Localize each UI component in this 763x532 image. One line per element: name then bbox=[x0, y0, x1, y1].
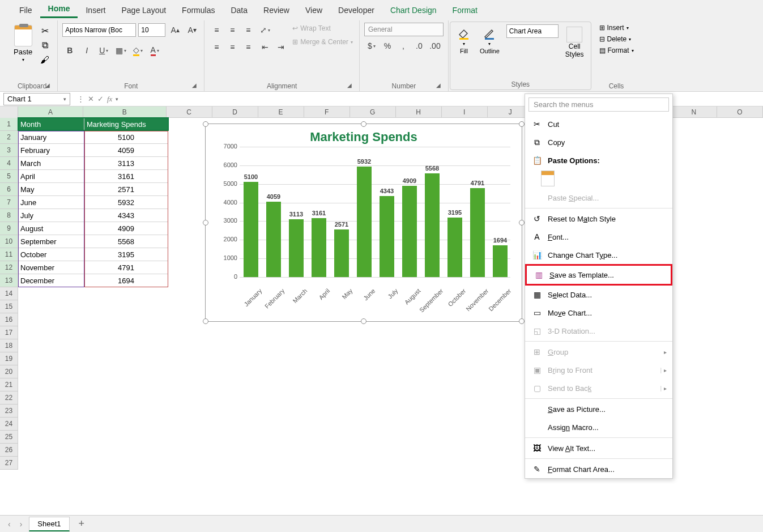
col-header-I[interactable]: I bbox=[442, 107, 488, 118]
alignment-dialog-launcher[interactable]: ◢ bbox=[346, 82, 353, 90]
font-size-select[interactable] bbox=[138, 23, 165, 37]
menu-font[interactable]: AFont... bbox=[525, 228, 672, 246]
percent-format-icon[interactable]: % bbox=[380, 39, 395, 53]
row-header-6[interactable]: 6 bbox=[0, 183, 18, 196]
font-name-select[interactable] bbox=[62, 23, 136, 37]
row-header-5[interactable]: 5 bbox=[0, 170, 18, 183]
cell-A4[interactable]: March bbox=[18, 157, 84, 170]
col-header-F[interactable]: F bbox=[304, 107, 350, 118]
increase-indent-icon[interactable]: ⇥ bbox=[274, 40, 288, 54]
format-painter-icon[interactable]: 🖌 bbox=[39, 54, 50, 66]
copy-icon[interactable]: ⧉ bbox=[39, 40, 50, 51]
decrease-decimal-icon[interactable]: .00 bbox=[428, 39, 442, 53]
chart-bar-8[interactable] bbox=[425, 173, 440, 277]
cell-A12[interactable]: November bbox=[18, 261, 84, 274]
row-header-1[interactable]: 1 bbox=[0, 118, 18, 131]
chart-bar-4[interactable] bbox=[334, 229, 349, 277]
row-header-24[interactable]: 24 bbox=[0, 418, 18, 431]
menu-search-input[interactable]: Search the menus bbox=[528, 97, 669, 112]
enter-formula-icon[interactable]: ✓ bbox=[97, 95, 104, 103]
add-sheet-button[interactable]: + bbox=[74, 518, 89, 530]
menu-change-chart-type[interactable]: 📊Change Chart Type... bbox=[525, 246, 672, 264]
cell-B7[interactable]: 5932 bbox=[84, 196, 168, 209]
increase-decimal-icon[interactable]: .0 bbox=[412, 39, 427, 53]
merge-center-button[interactable]: ⊞Merge & Center ▾ bbox=[291, 36, 355, 48]
tab-home[interactable]: Home bbox=[40, 1, 78, 18]
cell-A10[interactable]: September bbox=[18, 235, 84, 248]
row-header-7[interactable]: 7 bbox=[0, 196, 18, 209]
comma-format-icon[interactable]: , bbox=[396, 39, 411, 53]
cell-A13[interactable]: December bbox=[18, 274, 84, 287]
row-header-9[interactable]: 9 bbox=[0, 222, 18, 235]
cell-styles-button[interactable]: Cell Styles bbox=[563, 24, 586, 61]
col-header-B[interactable]: B bbox=[83, 107, 166, 118]
row-header-22[interactable]: 22 bbox=[0, 391, 18, 405]
row-header-20[interactable]: 20 bbox=[0, 365, 18, 378]
underline-button[interactable]: U bbox=[96, 43, 111, 58]
chart-title[interactable]: Marketing Spends bbox=[206, 124, 522, 147]
cut-icon[interactable]: ✂ bbox=[39, 25, 50, 36]
row-header-4[interactable]: 4 bbox=[0, 157, 18, 170]
cell-B11[interactable]: 3195 bbox=[84, 248, 168, 261]
chart-bar-1[interactable] bbox=[266, 202, 281, 277]
cancel-formula-icon[interactable]: ✕ bbox=[88, 95, 94, 103]
cell-B8[interactable]: 4343 bbox=[84, 209, 168, 222]
wrap-text-button[interactable]: ↩Wrap Text bbox=[291, 23, 355, 34]
select-all-corner[interactable] bbox=[0, 107, 18, 118]
row-header-8[interactable]: 8 bbox=[0, 209, 18, 222]
cell-A7[interactable]: June bbox=[18, 196, 84, 209]
font-dialog-launcher[interactable]: ◢ bbox=[190, 82, 198, 90]
cell-B13[interactable]: 1694 bbox=[84, 274, 168, 287]
italic-button[interactable]: I bbox=[79, 43, 94, 58]
col-header-H[interactable]: H bbox=[396, 107, 442, 118]
menu-cut[interactable]: ✂Cut bbox=[525, 115, 672, 133]
chart-bar-7[interactable] bbox=[402, 186, 417, 277]
number-dialog-launcher[interactable]: ◢ bbox=[434, 82, 442, 90]
tab-view[interactable]: View bbox=[297, 2, 330, 18]
paste-option-default[interactable] bbox=[541, 171, 555, 186]
fill-color-button[interactable]: ◇ bbox=[130, 43, 145, 58]
menu-view-alt-text[interactable]: 🖼View Alt Text... bbox=[525, 439, 672, 457]
menu-format-chart-area[interactable]: ✎Format Chart Area... bbox=[525, 460, 672, 478]
borders-button[interactable]: ▦ bbox=[113, 43, 128, 58]
menu-assign-macro[interactable]: Assign Macro... bbox=[525, 418, 672, 436]
paste-button[interactable]: Paste ▾ bbox=[11, 23, 35, 65]
bold-button[interactable]: B bbox=[62, 43, 77, 58]
chart-object[interactable]: Marketing Spends 01000200030004000500060… bbox=[205, 124, 522, 322]
number-format-select[interactable] bbox=[364, 23, 444, 36]
cell-A11[interactable]: October bbox=[18, 248, 84, 261]
tab-format[interactable]: Format bbox=[445, 2, 485, 18]
col-header-N[interactable]: N bbox=[671, 107, 717, 118]
col-header-C[interactable]: C bbox=[167, 107, 212, 118]
accounting-format-icon[interactable]: $ bbox=[364, 39, 379, 53]
tab-formulas[interactable]: Formulas bbox=[174, 2, 223, 18]
orientation-icon[interactable]: ⤢ bbox=[258, 23, 272, 37]
cell-B12[interactable]: 4791 bbox=[84, 261, 168, 274]
chart-bar-3[interactable] bbox=[312, 218, 326, 277]
cell-A8[interactable]: July bbox=[18, 209, 84, 222]
chart-bar-9[interactable] bbox=[447, 218, 462, 277]
menu-save-as-template[interactable]: ▥Save as Template... bbox=[525, 264, 672, 286]
row-header-21[interactable]: 21 bbox=[0, 378, 18, 391]
col-header-D[interactable]: D bbox=[212, 107, 258, 118]
align-middle-icon[interactable]: ≡ bbox=[225, 23, 240, 37]
sheet-nav-next[interactable]: › bbox=[18, 520, 25, 529]
row-header-17[interactable]: 17 bbox=[0, 326, 18, 339]
insert-cells-button[interactable]: ⊞Insert ▾ bbox=[597, 23, 636, 33]
chart-bar-10[interactable] bbox=[470, 188, 485, 277]
col-header-A[interactable]: A bbox=[18, 107, 84, 118]
align-top-icon[interactable]: ≡ bbox=[209, 23, 224, 37]
row-header-3[interactable]: 3 bbox=[0, 144, 18, 157]
chart-plot-area[interactable]: 01000200030004000500060007000 5100405931… bbox=[240, 147, 510, 277]
menu-copy[interactable]: ⧉Copy bbox=[525, 133, 672, 151]
row-header-26[interactable]: 26 bbox=[0, 444, 18, 457]
row-header-11[interactable]: 11 bbox=[0, 248, 18, 261]
cell-B9[interactable]: 4909 bbox=[84, 222, 168, 235]
cell-A1[interactable]: Month bbox=[18, 118, 84, 131]
row-header-18[interactable]: 18 bbox=[0, 339, 18, 352]
cell-A5[interactable]: April bbox=[18, 170, 84, 183]
align-bottom-icon[interactable]: ≡ bbox=[241, 23, 255, 37]
row-header-25[interactable]: 25 bbox=[0, 431, 18, 444]
align-right-icon[interactable]: ≡ bbox=[241, 40, 255, 54]
chart-element-select[interactable] bbox=[506, 24, 559, 38]
